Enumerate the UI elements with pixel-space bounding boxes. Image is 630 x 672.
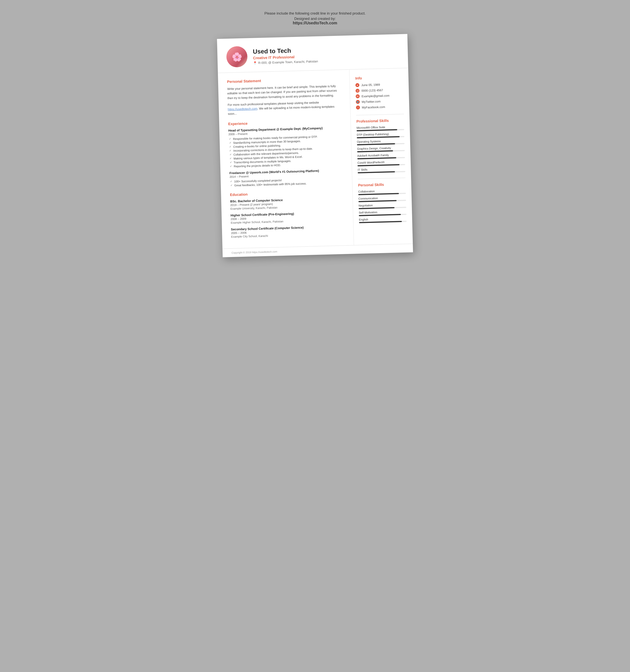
info-phone: ◎ 0000 (123) 4567	[356, 88, 403, 93]
website-link[interactable]: https://usedtotech.com	[228, 107, 257, 111]
skill-name: Negotiation	[359, 203, 406, 207]
right-column: Info ● June 05, 1989 ◎ 0000 (123) 4567 ✉…	[349, 68, 413, 245]
skill-bar-fill	[358, 193, 399, 195]
person-address: 📍 R-000, @ Example Town, Karachi, Pakist…	[253, 59, 318, 65]
skill-bar-bg	[357, 136, 404, 138]
person-title: Creative IT Professional	[253, 54, 318, 60]
info-section: Info ● June 05, 1989 ◎ 0000 (123) 4567 ✉…	[355, 75, 404, 110]
credit-line1: Please include the following credit line…	[264, 11, 365, 16]
skill-bar-bg	[359, 207, 406, 209]
personal-statement-para1: Write your personal statement here. It c…	[227, 83, 343, 100]
info-email: ✉ Example@gmail.com	[356, 93, 403, 98]
credit-line2: Designed and created by:	[264, 17, 365, 21]
skill-bar-bg	[357, 157, 405, 159]
left-column: Personal Statement Write your personal s…	[218, 70, 354, 249]
skill-bar-fill	[357, 157, 396, 159]
skill-bar-fill	[357, 136, 399, 138]
edu-item-1: BSc. Bachelor of Computer Science 2019 –…	[230, 196, 346, 210]
skill-bar-fill	[358, 200, 396, 202]
professional-skills-title: Professional Skills	[357, 118, 404, 123]
skill-item: Graphics Design, Creativity	[357, 146, 405, 152]
professional-skills-section: Professional Skills Microsoft® Office Su…	[357, 118, 406, 173]
job-duties-2: 100+ Successfully completed projects! Gr…	[229, 177, 345, 187]
skill-bar-fill	[359, 207, 394, 209]
edu-item-2: Higher School Certificate (Pre-Engineeri…	[231, 211, 346, 224]
skill-item: DTP (Desktop Publishing)	[357, 132, 404, 138]
job-duties-1: Responsible for making books ready for c…	[228, 135, 345, 168]
skill-bar-bg	[358, 193, 406, 195]
skill-bar-fill	[358, 171, 395, 173]
info-title: Info	[355, 75, 403, 80]
skill-item: Self-Motivation	[359, 210, 406, 216]
job-item-2: Freelancer @ Upwork.com (World's #1 Outs…	[229, 168, 345, 187]
resume-header: 🌸 Used to Tech Creative IT Professional …	[217, 34, 408, 73]
person-name: Used to Tech	[253, 46, 318, 55]
resume-document: 🌸 Used to Tech Creative IT Professional …	[217, 34, 413, 257]
personal-skills-title: Personal Skills	[358, 182, 406, 187]
education-section: Education BSc. Bachelor of Computer Scie…	[230, 190, 347, 238]
personal-statement-title: Personal Statement	[227, 76, 343, 84]
twitter-icon: 🐦	[356, 100, 360, 104]
personal-skills-section: Personal Skills Collaboration Communicat…	[358, 182, 407, 223]
info-date-value: June 05, 1989	[361, 83, 380, 87]
skill-bar-bg	[358, 171, 406, 173]
footer-copyright: Copyright © 2019 https://usedtotech.com	[232, 250, 277, 254]
edu-item-3: Secondary School Certificate (Computer S…	[231, 224, 347, 238]
skill-item: Negotiation	[359, 203, 406, 209]
email-icon: ✉	[356, 94, 360, 98]
divider-1	[356, 114, 404, 115]
credit-url: https://UsedtoTech.com	[264, 21, 365, 25]
skill-bar-bg	[357, 143, 405, 145]
skill-name: IT Skills	[358, 167, 405, 171]
skill-item: Operating Systems	[357, 139, 405, 145]
skill-name: DTP (Desktop Publishing)	[357, 132, 404, 136]
location-icon: 📍	[253, 61, 257, 65]
skill-name: Corel® WordPerfect®	[358, 160, 405, 164]
skill-name: Adobe® Acrobat® Family	[357, 153, 405, 158]
avatar: 🌸	[226, 46, 248, 68]
facebook-icon: f	[356, 105, 360, 110]
info-facebook: f MyFacebook.com	[356, 104, 404, 110]
skill-bar-bg	[359, 214, 407, 216]
skill-bar-fill	[358, 164, 399, 166]
personal-statement-section: Personal Statement Write your personal s…	[227, 76, 344, 116]
skill-item: Adobe® Acrobat® Family	[357, 153, 405, 159]
skill-item: English	[359, 217, 407, 223]
skill-item: IT Skills	[358, 167, 405, 173]
education-title: Education	[230, 190, 345, 197]
skill-bar-bg	[358, 200, 406, 202]
skill-name: Collaboration	[358, 189, 406, 193]
skill-name: Operating Systems	[357, 139, 405, 143]
date-icon: ●	[355, 83, 359, 87]
header-info: Used to Tech Creative IT Professional 📍 …	[253, 46, 318, 65]
skill-item: Collaboration	[358, 189, 406, 195]
phone-icon: ◎	[356, 89, 360, 93]
divider-2	[358, 178, 406, 179]
skill-bar-bg	[358, 164, 405, 166]
experience-section: Experience Head of Typesetting Departmen…	[228, 119, 345, 187]
info-twitter: 🐦 MyTwitter.com	[356, 99, 404, 104]
skill-bar-bg	[357, 129, 404, 131]
info-date: ● June 05, 1989	[355, 82, 403, 87]
skill-item: Communication	[358, 196, 406, 202]
skill-bar-bg	[359, 221, 407, 223]
info-phone-value: 0000 (123) 4567	[362, 89, 383, 92]
experience-title: Experience	[228, 119, 344, 126]
resume-body: Personal Statement Write your personal s…	[218, 68, 413, 248]
info-facebook-value: MyFacebook.com	[362, 105, 385, 109]
info-twitter-value: MyTwitter.com	[362, 100, 381, 103]
skill-bar-fill	[359, 214, 401, 216]
skill-item: Microsoft® Office Suite	[357, 125, 404, 131]
info-email-value: Example@gmail.com	[362, 94, 389, 98]
skill-bar-fill	[357, 129, 397, 131]
skill-name: Communication	[358, 196, 406, 200]
skill-bar-fill	[357, 143, 395, 146]
skill-bar-fill	[359, 221, 402, 223]
skill-bar-fill	[357, 150, 393, 152]
skill-item: Corel® WordPerfect®	[358, 160, 405, 166]
personal-statement-para2: For more such professional templates ple…	[228, 99, 344, 116]
skill-name: Self-Motivation	[359, 210, 406, 214]
skill-name: English	[359, 217, 407, 221]
credit-section: Please include the following credit line…	[264, 11, 365, 25]
skill-name: Microsoft® Office Suite	[357, 125, 404, 129]
